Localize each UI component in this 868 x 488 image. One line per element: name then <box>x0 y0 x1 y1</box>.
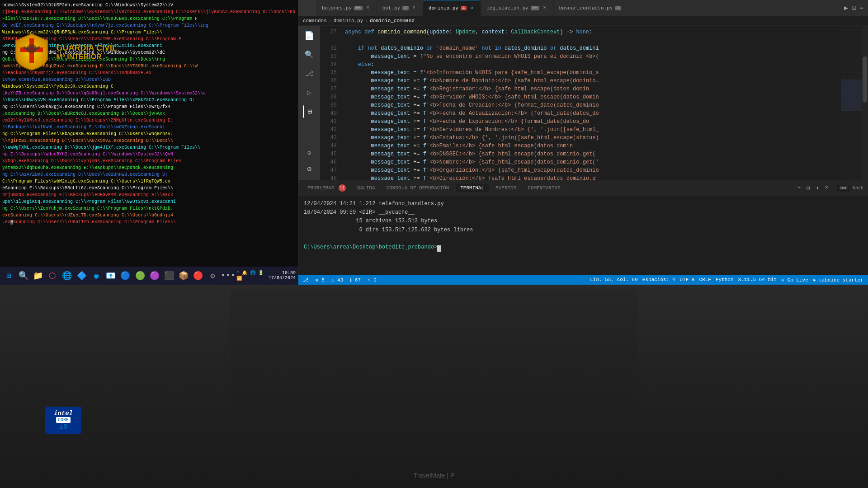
code-area: 27 32 33 34 35 36 37 38 39 40 41 <box>320 26 868 180</box>
more-button[interactable]: ••• <box>221 268 235 283</box>
tab-bot-py[interactable]: bot.py 2 × <box>377 0 423 16</box>
tab-label: dominio.py <box>429 5 458 11</box>
scan-line: ups\\1lJegiKCq.exeScanning C:\\Program F… <box>2 199 296 205</box>
search-icon[interactable]: 🔍 <box>303 48 316 61</box>
taskbar-icon-7[interactable]: 🟣 <box>148 268 161 283</box>
tab-ports[interactable]: PUERTOS <box>491 184 521 192</box>
laptop-body: acer HDMI intel CORE i5 TravelMate | P <box>0 285 868 488</box>
clock: 10:59 17/04/2024 <box>269 271 296 281</box>
line-num: 44 <box>320 142 340 150</box>
tab-bar: botones.py 9+ × bot.py 2 × dominio.py 4 … <box>298 0 868 16</box>
line-numbers: 27 32 33 34 35 36 37 38 39 40 41 <box>320 26 340 180</box>
code-line-41: message_text += f'<b>Fecha de Expiración… <box>345 117 836 126</box>
scan-line: 1jDH8p.exeScanning C:\\Windows\\System32… <box>2 9 296 15</box>
tab-badge: 9+ <box>531 6 539 10</box>
sidebar-bottom-icons: ⊙ ⚙ <box>303 146 316 175</box>
activity-bar: 📄 🔍 ⎇ ▷ ⊞ ⊙ ⚙ <box>298 26 320 180</box>
screen-area: GUARDIA CIVIL Mº INTERIOR ndows\\System3… <box>0 0 868 285</box>
taskbar-icon-2[interactable]: 🔷 <box>75 268 88 283</box>
breadcrumb-item-active[interactable]: dominio_command <box>370 18 415 23</box>
tab-close-icon[interactable]: × <box>469 5 475 11</box>
scan-line: .exeScanning C:\\Users\\rU8at1YD.exeScan… <box>2 219 296 225</box>
status-line-ending: CRLF <box>699 277 711 282</box>
taskbar-icon-6[interactable]: 🟢 <box>133 268 146 283</box>
tab-debug-console[interactable]: CONSOLA DE DEPURACIÓN <box>382 184 454 192</box>
tab-label: SALIDA <box>357 185 375 191</box>
tab-output[interactable]: SALIDA <box>353 184 380 192</box>
code-line-40: message_text += f'<b>Fecha de Actualizac… <box>345 109 836 117</box>
taskbar-icon-11[interactable]: ⚙ <box>206 268 219 283</box>
search-taskbar-button[interactable]: 🔍 <box>17 268 30 283</box>
taskbar-icon-9[interactable]: 📦 <box>177 268 190 283</box>
status-info: ℹ 67 <box>350 277 361 283</box>
code-line-38: message_text += f'<b>Servidor WHOIS:</b>… <box>345 93 836 101</box>
tab-legislacion-py[interactable]: legislacion.py 9+ × <box>481 0 553 16</box>
extensions-icon[interactable]: ⊞ <box>303 105 316 118</box>
scan-line: Be vdEF.exeScanning E:\\Backups\\nKymr7j… <box>2 23 296 29</box>
tab-buscar-contacto[interactable]: buscar_contacto.py 1 <box>554 0 627 16</box>
interior-title: Mº INTERIOR <box>57 53 117 61</box>
terminal-body[interactable]: 12/04/2024 14:21 1.212 telefono_handlers… <box>298 196 868 275</box>
scan-line: Files\\hzDkI8T7.exeScanning D:\\Docs\\N5… <box>2 16 296 22</box>
explorer-icon[interactable]: 📄 <box>303 29 316 42</box>
scan-line: ng C:\\Users\\ZexYuhjm.exeScanning C:\\P… <box>2 206 296 212</box>
breadcrumb-item[interactable]: dominio.py <box>333 18 363 23</box>
tab-dominio-py[interactable]: dominio.py 4 × <box>423 0 481 16</box>
split-editor-button[interactable]: ⧉ <box>852 5 856 12</box>
status-python-version: 3.11.5 64-bit <box>738 277 777 282</box>
taskbar-right: ⌃ 🔔 🌐 🔋 📶 10:59 17/04/2024 <box>236 270 296 281</box>
taskbar-icon-5[interactable]: 🔵 <box>119 268 132 283</box>
line-num: 37 <box>320 85 340 93</box>
line-num <box>320 36 340 44</box>
taskbar-icon-1[interactable]: ⬡ <box>46 268 59 283</box>
remote-icon[interactable]: ⊙ <box>303 146 316 159</box>
scan-line: ystem32\\dqbDB6hG.exeScanning E:\\Backup… <box>2 165 296 171</box>
code-content[interactable]: async def dominio_command(update: Update… <box>340 26 841 180</box>
scrollbar[interactable] <box>862 26 868 180</box>
editor-actions: ▶ ⧉ ⋯ <box>844 4 868 12</box>
new-terminal-button[interactable]: + <box>796 184 802 192</box>
status-branch: ⎇ <box>303 277 309 283</box>
taskbar-icon-8[interactable]: ⬛ <box>162 268 175 283</box>
scrollbar-thumb[interactable] <box>863 56 867 103</box>
taskbar-icon-10[interactable]: 🔴 <box>192 268 205 283</box>
split-terminal-button[interactable]: ⊟ <box>805 184 811 192</box>
maximize-terminal-button[interactable]: ⬆ <box>814 184 821 192</box>
tab-close-icon[interactable]: × <box>365 5 371 11</box>
breadcrumb-sep: › <box>365 18 368 23</box>
bash-button[interactable]: bash <box>853 186 863 191</box>
breadcrumb-item[interactable]: comandos <box>303 18 327 23</box>
source-control-icon[interactable]: ⎇ <box>303 67 316 80</box>
scan-line: em32\\hyIUMsvJ.exeScanning E:\\Backups\\… <box>2 117 296 124</box>
line-num: 40 <box>320 109 340 117</box>
file-explorer-button[interactable]: 📁 <box>31 268 44 283</box>
browser-button[interactable]: 🌐 <box>61 268 74 283</box>
scan-line: ndows\\System32\\DtUSP2nh.exeScanning C:… <box>2 2 296 9</box>
line-num: 35 <box>320 69 340 77</box>
run-button[interactable]: ▶ <box>844 4 848 12</box>
tab-problems[interactable]: PROBLEMAS 11 <box>303 183 350 193</box>
line-num: 43 <box>320 134 340 142</box>
laptop-frame: GUARDIA CIVIL Mº INTERIOR ndows\\System3… <box>0 0 868 488</box>
taskbar-icon-4[interactable]: 📧 <box>104 268 118 283</box>
tabnine-button[interactable]: ◈ tabnine starter <box>813 277 863 283</box>
go-live-button[interactable]: ⊙ Go Live <box>781 277 808 283</box>
close-terminal-button[interactable]: × <box>823 184 830 192</box>
editor-container: 📄 🔍 ⎇ ▷ ⊞ ⊙ ⚙ 27 <box>298 26 868 180</box>
tab-terminal[interactable]: TERMINAL <box>456 184 489 192</box>
tab-close-icon[interactable]: × <box>542 5 548 11</box>
tab-botones-py[interactable]: botones.py 9+ × <box>316 0 377 16</box>
tab-comments[interactable]: COMENTARIOS <box>523 184 565 192</box>
start-button[interactable]: ⊞ <box>2 268 15 283</box>
vscode-panel: botones.py 9+ × bot.py 2 × dominio.py 4 … <box>298 0 868 285</box>
taskbar-icon-3[interactable]: ◉ <box>90 268 103 283</box>
scan-line: ng C:\\AzAYZUm6.exeScanning D:\\Docs\\e0… <box>2 172 296 178</box>
status-language[interactable]: Python <box>716 277 734 282</box>
status-spaces: Espacios: 4 <box>642 277 675 282</box>
more-actions-button[interactable]: ⋯ <box>860 4 863 12</box>
cmd-button[interactable]: cmd <box>837 185 850 192</box>
tab-close-icon[interactable]: × <box>411 5 417 11</box>
debug-icon[interactable]: ▷ <box>303 86 316 99</box>
scan-line: \\Docs\\UbWdycVM.exeScanning C:\\Program… <box>2 97 296 103</box>
settings-icon[interactable]: ⚙ <box>303 163 316 175</box>
